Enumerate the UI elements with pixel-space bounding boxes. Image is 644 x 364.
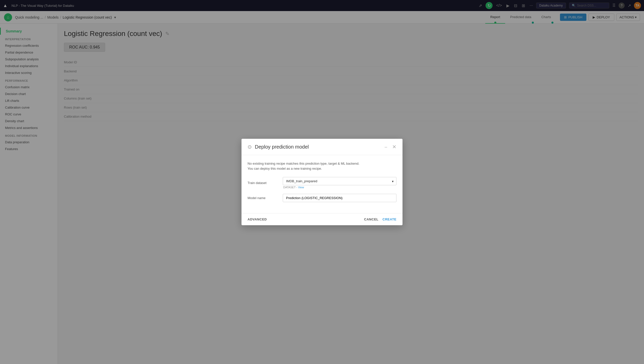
deploy-modal: ⊙ Deploy prediction model – ✕ No existin… [242,139,403,225]
train-dataset-view-link[interactable]: View [298,186,304,189]
modal-footer-right: CANCEL CREATE [364,217,396,221]
modal-deploy-icon: ⊙ [248,144,252,150]
modal-close-button[interactable]: ✕ [392,144,396,150]
create-button[interactable]: CREATE [383,217,396,221]
train-dataset-control: IMDB_train_prepared ▾ DATASET - View [283,177,396,189]
modal-title: Deploy prediction model [255,144,382,150]
train-dataset-sub: DATASET - View [283,186,396,189]
train-dataset-label: Train dataset [248,181,283,185]
modal-header: ⊙ Deploy prediction model – ✕ [242,139,403,155]
modal-body: No existing training recipe matches this… [242,155,403,213]
modal-description: No existing training recipe matches this… [248,161,396,171]
modal-overlay[interactable]: ⊙ Deploy prediction model – ✕ No existin… [0,0,644,364]
train-dataset-select[interactable]: IMDB_train_prepared ▾ [283,177,396,185]
model-name-input[interactable] [283,194,396,202]
advanced-button[interactable]: ADVANCED [248,217,267,221]
cancel-button[interactable]: CANCEL [364,217,378,221]
modal-minimize-button[interactable]: – [385,144,387,150]
modal-form-train-dataset: Train dataset IMDB_train_prepared ▾ DATA… [248,177,396,189]
train-dataset-select-wrapper: IMDB_train_prepared ▾ [283,177,396,185]
select-dropdown-arrow: ▾ [392,179,394,183]
modal-form-model-name: Model name [248,194,396,202]
model-name-control [283,194,396,202]
model-name-label: Model name [248,196,283,200]
modal-footer: ADVANCED CANCEL CREATE [242,213,403,225]
